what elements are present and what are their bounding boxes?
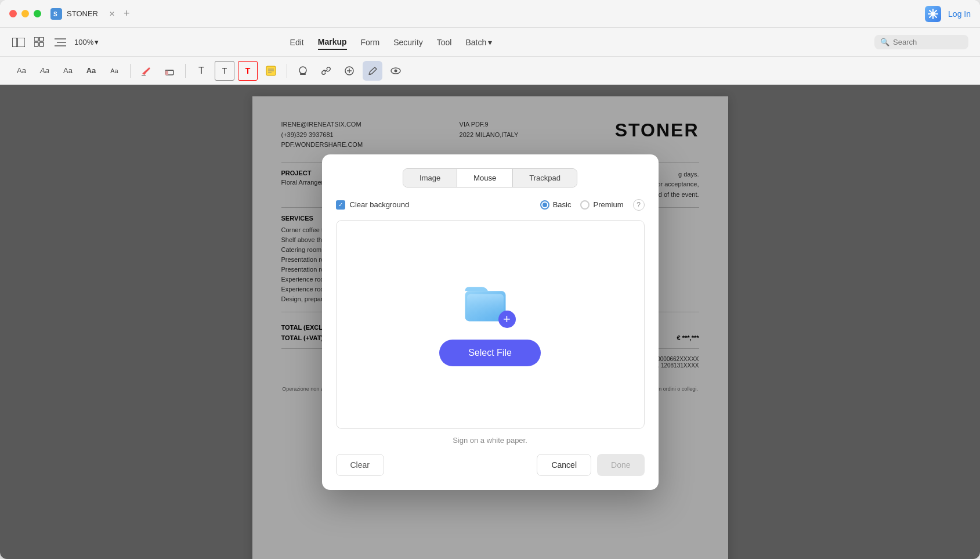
clear-background-checkbox[interactable]: ✓ xyxy=(336,200,345,210)
tab-title: STONER xyxy=(67,9,98,18)
app-icon: S xyxy=(50,8,62,20)
svg-point-24 xyxy=(299,67,306,74)
flatten-button[interactable] xyxy=(339,61,359,81)
login-button[interactable]: Log In xyxy=(948,9,971,19)
nav-security[interactable]: Security xyxy=(393,35,423,49)
basic-radio-label[interactable]: Basic xyxy=(540,200,572,210)
text-red-button[interactable]: T xyxy=(238,61,258,81)
svg-rect-25 xyxy=(300,73,306,75)
document-area: IRENE@IRENEATSIX.COM (+39)329 3937681 PD… xyxy=(0,85,980,559)
minimize-button[interactable] xyxy=(21,10,29,17)
cancel-button[interactable]: Cancel xyxy=(537,454,591,476)
font-style-5-button[interactable]: Aa xyxy=(104,61,124,81)
clear-button[interactable]: Clear xyxy=(336,454,384,476)
stamp-button[interactable] xyxy=(293,61,313,81)
svg-rect-9 xyxy=(34,37,38,41)
text-button[interactable]: T xyxy=(191,61,211,81)
outline-view-icon[interactable] xyxy=(53,35,67,49)
close-button[interactable] xyxy=(9,10,17,17)
separator-3 xyxy=(287,64,287,78)
help-icon[interactable]: ? xyxy=(633,199,645,211)
select-file-button[interactable]: Select File xyxy=(439,340,541,366)
sticky-note-button[interactable] xyxy=(261,61,281,81)
text-box-button[interactable]: T xyxy=(215,61,234,81)
premium-radio[interactable] xyxy=(580,200,590,210)
nav-batch[interactable]: Batch▾ xyxy=(465,35,492,49)
nav-markup[interactable]: Markup xyxy=(318,35,347,50)
main-toolbar: 100% ▾ Edit Markup Form Security Tool Ba… xyxy=(0,28,980,57)
signature-modal: Image Mouse Trackpad ✓ Clear background xyxy=(322,154,659,490)
font-style-4-button[interactable]: Aa xyxy=(81,61,101,81)
draw-button[interactable] xyxy=(363,61,382,81)
font-style-1-button[interactable]: Aa xyxy=(12,61,31,81)
modal-tab-trackpad[interactable]: Trackpad xyxy=(513,169,577,187)
radio-group: Basic Premium ? xyxy=(540,199,645,211)
search-input[interactable] xyxy=(893,38,963,46)
clear-background-label[interactable]: ✓ Clear background xyxy=(336,200,410,210)
tab-close-button[interactable]: ✕ xyxy=(107,9,117,19)
tab-area: S STONER ✕ + xyxy=(50,8,129,20)
separator-1 xyxy=(130,64,131,78)
toolbar-left: 100% ▾ xyxy=(12,35,99,49)
modal-tab-mouse[interactable]: Mouse xyxy=(457,169,513,187)
new-tab-button[interactable]: + xyxy=(124,8,130,20)
svg-rect-10 xyxy=(39,37,44,41)
eraser-button[interactable] xyxy=(160,61,179,81)
svg-rect-11 xyxy=(34,42,38,46)
svg-rect-8 xyxy=(12,38,25,47)
nav-menu: Edit Markup Form Security Tool Batch▾ xyxy=(290,35,493,50)
preview-button[interactable] xyxy=(386,61,406,81)
highlight-button[interactable] xyxy=(136,61,156,81)
nav-edit[interactable]: Edit xyxy=(290,35,304,49)
modal-tab-image[interactable]: Image xyxy=(403,169,457,187)
svg-rect-33 xyxy=(467,294,504,320)
svg-rect-18 xyxy=(165,70,168,75)
plus-icon: + xyxy=(498,311,516,328)
modal-tabs: Image Mouse Trackpad xyxy=(403,168,577,187)
zoom-control[interactable]: 100% ▾ xyxy=(74,38,99,46)
app-window: S STONER ✕ + Log In 100% xyxy=(0,0,980,559)
upload-area[interactable]: + Select File xyxy=(336,220,645,429)
modal-options: ✓ Clear background Basic Premium xyxy=(336,199,645,211)
separator-2 xyxy=(185,64,186,78)
sidebar-toggle-icon[interactable] xyxy=(12,35,26,49)
grid-view-icon[interactable] xyxy=(32,35,46,49)
titlebar: S STONER ✕ + Log In xyxy=(0,0,980,28)
svg-rect-6 xyxy=(12,38,17,47)
font-style-3-button[interactable]: Aa xyxy=(58,61,78,81)
done-button[interactable]: Done xyxy=(597,454,644,476)
basic-radio[interactable] xyxy=(540,200,549,210)
svg-text:S: S xyxy=(53,11,57,17)
traffic-lights xyxy=(9,10,41,17)
search-box[interactable]: 🔍 xyxy=(874,35,968,49)
tools-toolbar: Aa Aa Aa Aa Aa T T T xyxy=(0,57,980,85)
svg-point-31 xyxy=(395,69,397,72)
snowflake-icon[interactable] xyxy=(925,6,941,22)
link-button[interactable] xyxy=(316,61,336,81)
premium-radio-label[interactable]: Premium xyxy=(580,200,623,210)
search-icon: 🔍 xyxy=(880,38,889,46)
hint-text: Sign on a white paper. xyxy=(336,436,645,445)
main-area: IRENE@IRENEATSIX.COM (+39)329 3937681 PD… xyxy=(0,85,980,559)
font-style-2-button[interactable]: Aa xyxy=(35,61,55,81)
btn-group: Cancel Done xyxy=(537,454,644,476)
maximize-button[interactable] xyxy=(34,10,41,17)
titlebar-right: Log In xyxy=(925,6,971,22)
nav-form[interactable]: Form xyxy=(361,35,380,49)
nav-tool[interactable]: Tool xyxy=(437,35,452,49)
modal-footer: Clear Cancel Done xyxy=(336,454,645,476)
svg-rect-12 xyxy=(39,42,44,46)
modal-overlay: Image Mouse Trackpad ✓ Clear background xyxy=(0,85,980,559)
